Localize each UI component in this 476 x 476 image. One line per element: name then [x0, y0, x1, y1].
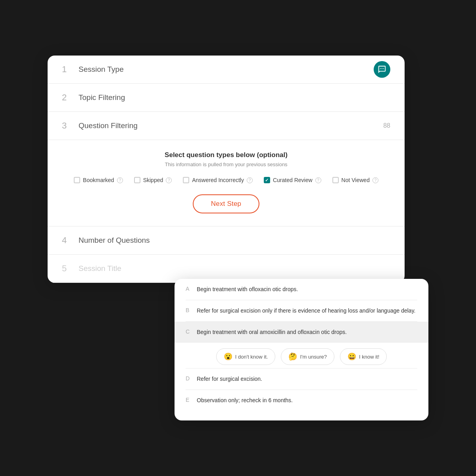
unsure-label: I'm unsure?	[300, 354, 327, 360]
section-title-2: Topic Filtering	[79, 93, 125, 102]
question-filtering-expanded: Select question types below (optional) T…	[48, 140, 405, 226]
checkbox-bookmarked-label: Bookmarked	[83, 177, 114, 183]
section-number-4: 4	[62, 235, 71, 246]
know-it-label: I know it!	[359, 354, 379, 360]
checkboxes-row: Bookmarked ? Skipped ? Answered Incorrec…	[62, 177, 390, 183]
answered-incorrectly-help-icon[interactable]: ?	[247, 177, 253, 183]
main-card: 1 Session Type 2 Topic Filtering 3 Quest…	[48, 56, 405, 283]
confidence-know-it-button[interactable]: 😀 I know it!	[340, 348, 387, 365]
filter-subtitle: This information is pulled from your pre…	[62, 161, 390, 167]
checkbox-curated-review-box[interactable]	[264, 177, 270, 183]
section-number-3: 3	[62, 121, 71, 131]
checkbox-skipped[interactable]: Skipped ?	[134, 177, 172, 183]
checkbox-answered-incorrectly[interactable]: Answered Incorrectly ?	[183, 177, 253, 183]
section-title-4: Number of Questions	[79, 236, 150, 245]
dont-know-label: I don't know it.	[235, 354, 268, 360]
checkbox-not-viewed[interactable]: Not Viewed ?	[332, 177, 378, 183]
confidence-dont-know-button[interactable]: 😮 I don't know it.	[216, 348, 276, 365]
checkbox-curated-review[interactable]: Curated Review ?	[264, 177, 321, 183]
unsure-emoji: 🤔	[288, 352, 297, 361]
checkbox-skipped-box[interactable]	[134, 177, 140, 183]
question-count-badge: 88	[383, 122, 390, 129]
scene: 1 Session Type 2 Topic Filtering 3 Quest…	[48, 56, 428, 420]
quiz-option-b[interactable]: B Refer for surgical excision only if th…	[175, 300, 428, 321]
checkbox-bookmarked-box[interactable]	[74, 177, 80, 183]
quiz-option-c[interactable]: C Begin treatment with oral amoxicillin …	[175, 322, 428, 343]
option-text-b: Refer for surgical excision only if ther…	[197, 307, 417, 315]
section-number-5: 5	[62, 263, 71, 274]
checkbox-skipped-label: Skipped	[143, 177, 163, 183]
option-letter-a: A	[186, 286, 191, 292]
next-step-button[interactable]: Next Step	[193, 194, 259, 213]
section-number-2: 2	[62, 92, 71, 103]
section-title-3: Question Filtering	[79, 121, 138, 130]
quiz-option-e[interactable]: E Observation only; recheck in 6 months.	[175, 390, 428, 411]
option-text-d: Refer for surgical excision.	[197, 375, 417, 383]
section-question-filtering[interactable]: 3 Question Filtering 88	[48, 112, 405, 140]
checkbox-curated-review-label: Curated Review	[273, 177, 313, 183]
section-title-1: Session Type	[79, 65, 124, 74]
not-viewed-help-icon[interactable]: ?	[372, 177, 378, 183]
option-letter-e: E	[186, 397, 191, 403]
session-type-icon	[374, 61, 390, 78]
quiz-option-d[interactable]: D Refer for surgical excision.	[175, 369, 428, 390]
confidence-unsure-button[interactable]: 🤔 I'm unsure?	[281, 348, 334, 365]
option-text-a: Begin treatment with ofloxacin otic drop…	[197, 285, 417, 294]
know-it-emoji: 😀	[347, 352, 356, 361]
checkbox-bookmarked[interactable]: Bookmarked ?	[74, 177, 123, 183]
checkbox-not-viewed-box[interactable]	[332, 177, 339, 183]
option-letter-b: B	[186, 307, 191, 313]
section-number-of-questions[interactable]: 4 Number of Questions	[48, 226, 405, 255]
option-text-e: Observation only; recheck in 6 months.	[197, 396, 417, 405]
confidence-row: 😮 I don't know it. 🤔 I'm unsure? 😀 I kno…	[175, 343, 428, 368]
section-number-1: 1	[62, 64, 71, 75]
quiz-option-a[interactable]: A Begin treatment with ofloxacin otic dr…	[175, 279, 428, 300]
section-topic-filtering[interactable]: 2 Topic Filtering	[48, 84, 405, 112]
dont-know-emoji: 😮	[224, 352, 232, 361]
bookmarked-help-icon[interactable]: ?	[117, 177, 123, 183]
checkbox-answered-incorrectly-label: Answered Incorrectly	[192, 177, 244, 183]
quiz-card: A Begin treatment with ofloxacin otic dr…	[175, 279, 428, 420]
filter-title: Select question types below (optional)	[62, 151, 390, 159]
section-title-5: Session Title	[79, 264, 121, 273]
option-text-c: Begin treatment with oral amoxicillin an…	[197, 328, 417, 336]
option-letter-d: D	[186, 375, 191, 382]
checkbox-not-viewed-label: Not Viewed	[342, 177, 370, 183]
chat-icon	[378, 65, 386, 74]
curated-review-help-icon[interactable]: ?	[315, 177, 321, 183]
skipped-help-icon[interactable]: ?	[166, 177, 172, 183]
section-session-type[interactable]: 1 Session Type	[48, 56, 405, 84]
checkbox-answered-incorrectly-box[interactable]	[183, 177, 189, 183]
option-letter-c: C	[186, 328, 191, 335]
